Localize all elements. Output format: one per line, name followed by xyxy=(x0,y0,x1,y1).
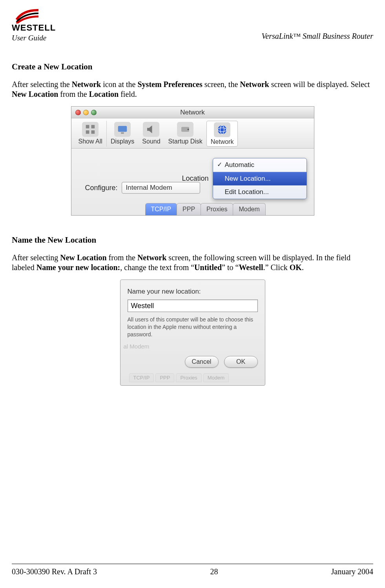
network-window: Network Show All Displays Sound Startup … xyxy=(71,106,314,216)
network-tabs: TCP/IP PPP Proxies Modem xyxy=(145,203,307,215)
svg-rect-2 xyxy=(86,131,89,134)
location-label: Location xyxy=(182,174,208,183)
svg-rect-4 xyxy=(118,126,127,132)
page-header: WESTELL User Guide VersaLink™ Small Busi… xyxy=(12,8,373,42)
toolbar-displays[interactable]: Displays xyxy=(106,121,138,147)
tab-modem[interactable]: Modem xyxy=(233,203,265,215)
product-name: VersaLink™ Small Business Router xyxy=(261,32,373,42)
section-name-location-title: Name the New Location xyxy=(12,235,373,245)
background-ghost-text: al Modem xyxy=(124,343,258,350)
section-create-location-body: After selecting the Network icon at the … xyxy=(12,80,373,99)
svg-point-8 xyxy=(218,125,227,134)
svg-rect-5 xyxy=(121,132,124,134)
tab-proxies[interactable]: Proxies xyxy=(201,203,233,215)
location-dropdown[interactable]: Automatic New Location... Edit Location.… xyxy=(213,158,307,199)
toolbar-startup-disk[interactable]: Startup Disk xyxy=(164,121,206,147)
footer-page-number: 28 xyxy=(210,567,218,576)
cancel-button[interactable]: Cancel xyxy=(185,356,219,368)
tab-ppp[interactable]: PPP xyxy=(177,203,201,215)
name-location-help: All users of this computer will be able … xyxy=(128,316,258,338)
toolbar-sound[interactable]: Sound xyxy=(138,121,164,147)
display-icon xyxy=(114,122,131,137)
toolbar-show-all[interactable]: Show All xyxy=(75,121,106,147)
configure-label: Configure: xyxy=(78,184,118,192)
disk-icon xyxy=(177,122,193,137)
page-footer: 030-300390 Rev. A Draft 3 28 January 200… xyxy=(12,564,373,576)
dropdown-item-new-location[interactable]: New Location... xyxy=(213,172,307,185)
footer-right: January 2004 xyxy=(331,567,373,576)
logo-block: WESTELL User Guide xyxy=(12,8,82,42)
section-name-location-body: After selecting New Location from the Ne… xyxy=(12,253,373,272)
footer-left: 030-300390 Rev. A Draft 3 xyxy=(12,567,97,576)
logo-swoosh-icon xyxy=(16,8,39,24)
name-location-label: Name your new location: xyxy=(128,288,258,296)
svg-rect-3 xyxy=(91,131,95,134)
location-name-input[interactable]: Westell xyxy=(128,299,258,312)
network-main-area: Location Automatic New Location... Edit … xyxy=(71,149,314,215)
dialog-buttons: Cancel OK xyxy=(128,352,258,372)
brand-text: WESTELL xyxy=(12,23,82,33)
svg-point-7 xyxy=(188,129,189,130)
prefs-toolbar: Show All Displays Sound Startup Disk Net… xyxy=(71,118,314,149)
background-ghost-tabs: TCP/IP PPP Proxies Modem xyxy=(129,373,258,382)
tab-tcpip[interactable]: TCP/IP xyxy=(145,203,177,215)
user-guide-label: User Guide xyxy=(12,34,82,42)
svg-rect-0 xyxy=(86,125,89,129)
grid-icon xyxy=(82,122,99,137)
dropdown-item-automatic[interactable]: Automatic xyxy=(213,158,307,172)
window-titlebar: Network xyxy=(71,107,314,118)
toolbar-network[interactable]: Network xyxy=(206,121,238,147)
name-location-dialog: Name your new location: Westell All user… xyxy=(120,279,265,386)
speaker-icon xyxy=(143,122,159,137)
ok-button[interactable]: OK xyxy=(224,356,258,368)
dropdown-item-edit-location[interactable]: Edit Location... xyxy=(213,185,307,199)
configure-select[interactable]: Internal Modem xyxy=(122,182,200,194)
section-create-location-title: Create a New Location xyxy=(12,62,373,72)
globe-icon xyxy=(214,122,230,137)
svg-rect-1 xyxy=(91,125,95,129)
window-title: Network xyxy=(71,109,314,116)
